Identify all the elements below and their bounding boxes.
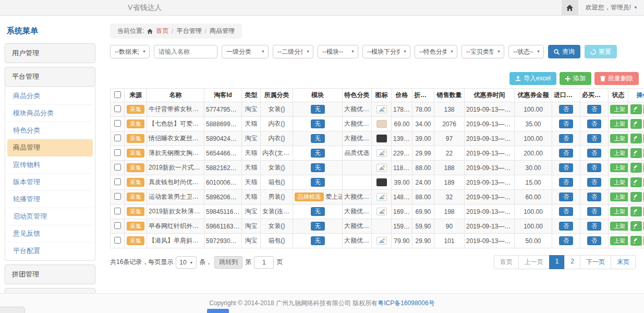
- status-badge[interactable]: 上架: [610, 192, 628, 201]
- edit-button[interactable]: [630, 236, 642, 246]
- page-button-下一页[interactable]: 下一页: [580, 255, 611, 269]
- must-buy-toggle[interactable]: 否: [587, 105, 601, 114]
- sidebar-title: 系统菜单: [5, 26, 95, 43]
- select-all-checkbox[interactable]: [114, 91, 121, 98]
- must-buy-toggle[interactable]: 否: [587, 236, 601, 245]
- plus-icon: [565, 76, 570, 81]
- must-buy-toggle[interactable]: 否: [587, 119, 601, 128]
- must-buy-toggle[interactable]: 否: [587, 192, 601, 201]
- item-type-select[interactable]: --宝贝类型--: [461, 45, 504, 58]
- must-buy-toggle[interactable]: 否: [587, 149, 601, 158]
- home-button[interactable]: [562, 0, 578, 15]
- status-select[interactable]: --状态--: [508, 45, 544, 58]
- cell-source: 采集: [125, 102, 147, 117]
- edit-button[interactable]: [630, 119, 642, 129]
- page-button-首页[interactable]: 首页: [494, 255, 519, 269]
- breadcrumb-item-platform[interactable]: 平台管理: [177, 27, 202, 35]
- import-select-toggle[interactable]: 否: [559, 149, 573, 158]
- import-select-toggle[interactable]: 否: [559, 178, 573, 187]
- edit-button[interactable]: [630, 221, 642, 231]
- sidebar-group-用户管理[interactable]: 用户管理: [5, 43, 95, 63]
- sidebar-item-宣传物料[interactable]: 宣传物料: [7, 156, 93, 174]
- edit-button[interactable]: [630, 177, 642, 187]
- edit-button[interactable]: [630, 134, 642, 143]
- status-badge[interactable]: 上架: [610, 134, 628, 143]
- import-select-toggle[interactable]: 否: [559, 105, 573, 114]
- sidebar-item-意见反馈[interactable]: 意见反馈: [7, 225, 93, 243]
- must-buy-toggle[interactable]: 否: [587, 163, 601, 172]
- breadcrumb-item-goods[interactable]: 商品管理: [210, 27, 235, 35]
- import-excel-button[interactable]: 导入excel: [509, 72, 556, 85]
- sidebar-group-平台管理[interactable]: 平台管理: [5, 67, 95, 87]
- import-select-toggle[interactable]: 否: [559, 236, 573, 245]
- import-select-toggle[interactable]: 否: [559, 222, 573, 231]
- sidebar-group-拼团管理[interactable]: 拼团管理: [5, 264, 95, 284]
- data-source-select[interactable]: --数据来源--: [110, 45, 150, 58]
- sidebar-item-模块商品分类[interactable]: 模块商品分类: [7, 105, 93, 122]
- sidebar-item-平台配置[interactable]: 平台配置: [7, 243, 93, 259]
- page-button-2[interactable]: 2: [564, 255, 580, 269]
- level1-category-select[interactable]: 一级分类: [222, 45, 269, 58]
- row-checkbox[interactable]: [114, 149, 121, 156]
- search-button[interactable]: 查询: [548, 45, 580, 58]
- row-checkbox[interactable]: [114, 178, 121, 185]
- row-checkbox[interactable]: [114, 208, 121, 214]
- jump-button[interactable]: 跳转到: [214, 256, 242, 269]
- must-buy-toggle[interactable]: 否: [587, 222, 601, 231]
- row-checkbox[interactable]: [114, 237, 121, 244]
- module-subcategory-select[interactable]: --模块下分类--: [362, 45, 410, 58]
- status-badge[interactable]: 上架: [610, 119, 628, 128]
- feature-category-select[interactable]: --特色分类--: [415, 45, 457, 58]
- status-badge[interactable]: 上架: [610, 149, 628, 158]
- sidebar-item-商品分类[interactable]: 商品分类: [7, 88, 93, 105]
- page-button-末页[interactable]: 末页: [611, 255, 636, 269]
- status-badge[interactable]: 上架: [610, 178, 628, 187]
- row-checkbox[interactable]: [114, 135, 121, 141]
- status-badge[interactable]: 上架: [610, 236, 628, 245]
- row-checkbox[interactable]: [114, 193, 121, 200]
- page-button-1[interactable]: 1: [549, 255, 565, 269]
- edit-button[interactable]: [630, 207, 642, 216]
- module-select[interactable]: --模块--: [318, 45, 358, 58]
- table-row: 采集2019新款一片式系...588216228899天猫女装()无118.00…: [111, 161, 644, 175]
- level2-category-select[interactable]: --二级分类--: [273, 45, 313, 58]
- user-menu[interactable]: 欢迎您，管理员! ▼: [586, 3, 638, 12]
- status-badge[interactable]: 上架: [610, 105, 628, 114]
- import-select-toggle[interactable]: 否: [559, 134, 573, 143]
- bulk-delete-button[interactable]: 批量删除: [594, 72, 639, 85]
- per-page-select[interactable]: 10: [176, 256, 197, 269]
- import-select-toggle[interactable]: 否: [559, 192, 573, 201]
- row-checkbox[interactable]: [114, 105, 121, 112]
- edit-button[interactable]: [630, 104, 642, 114]
- must-buy-toggle[interactable]: 否: [587, 178, 601, 187]
- status-badge[interactable]: 上架: [610, 222, 628, 231]
- sidebar-item-轮播管理[interactable]: 轮播管理: [7, 191, 93, 208]
- status-badge[interactable]: 上架: [610, 207, 628, 216]
- sidebar-item-商品管理[interactable]: 商品管理: [7, 139, 93, 156]
- add-button[interactable]: 添加: [560, 72, 591, 85]
- import-select-toggle[interactable]: 否: [559, 207, 573, 216]
- row-checkbox[interactable]: [114, 164, 121, 171]
- row-checkbox[interactable]: [114, 222, 121, 229]
- edit-button[interactable]: [630, 192, 642, 202]
- sidebar-item-版本管理[interactable]: 版本管理: [7, 174, 93, 191]
- icp-link[interactable]: 粤ICP备16098006号: [378, 299, 434, 308]
- import-select-toggle[interactable]: 否: [559, 163, 573, 172]
- edit-button[interactable]: [630, 148, 642, 158]
- name-search-input[interactable]: [154, 45, 217, 58]
- breadcrumb-home-link[interactable]: 首页: [156, 27, 168, 35]
- edit-button[interactable]: [630, 163, 642, 173]
- status-badge[interactable]: 上架: [610, 163, 628, 172]
- cell-price: 148.00: [392, 190, 412, 204]
- must-buy-toggle[interactable]: 否: [587, 207, 601, 216]
- import-select-toggle[interactable]: 否: [559, 119, 573, 128]
- top-bar: V省钱达人 欢迎您，管理员! ▼: [0, 0, 644, 16]
- sidebar-item-启动页管理[interactable]: 启动页管理: [7, 208, 93, 225]
- sidebar-group-省惠快报[interactable]: 省惠快报: [5, 288, 95, 293]
- sidebar-item-特色分类[interactable]: 特色分类: [7, 122, 93, 139]
- must-buy-toggle[interactable]: 否: [587, 134, 601, 143]
- page-number-input[interactable]: [254, 256, 274, 269]
- page-button-上一页[interactable]: 上一页: [518, 255, 550, 269]
- row-checkbox[interactable]: [114, 120, 121, 127]
- reset-button[interactable]: 重置: [585, 45, 617, 58]
